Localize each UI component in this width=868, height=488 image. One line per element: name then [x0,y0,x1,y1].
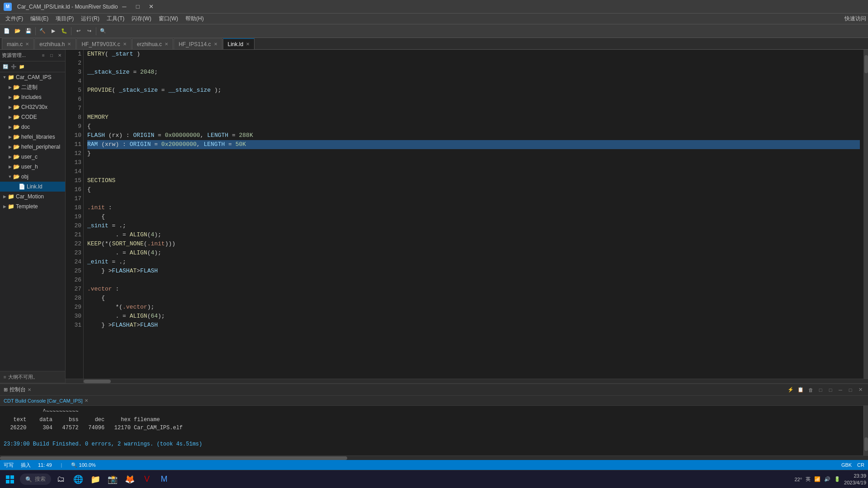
console-btn-close[interactable]: ✕ [856,386,864,394]
undo-btn[interactable]: ↩ [73,26,83,36]
taskbar-search-box[interactable]: 🔍 搜索 [20,474,51,485]
label-car-cam-ips: Car_CAM_IPS [16,74,52,80]
menu-window[interactable]: 窗口(W) [155,14,182,23]
sidebar-tool-2[interactable]: ➕ [10,63,17,70]
taskbar-app-mounriver[interactable]: M [156,471,172,488]
sidebar-item-user-c[interactable]: ▶ 📂 user_c [0,152,65,162]
status-insert[interactable]: 插入 [21,462,31,469]
outline-header: ≡ 大纲不可用。 [0,371,65,383]
console-tab-close[interactable]: ✕ [28,387,31,392]
console-tab-active[interactable]: CDT Build Console [Car_CAM_IPS] [4,398,83,404]
arrow-hefei-peripheral: ▶ [7,145,13,149]
sidebar-tool-3[interactable]: 📁 [18,63,25,70]
console-btn-maximize[interactable]: □ [846,386,854,394]
console-btn-4[interactable]: □ [816,386,825,394]
sidebar-item-templete[interactable]: ▶ 📁 Templete [0,202,65,211]
console-btn-5[interactable]: □ [826,386,835,394]
console-btn-2[interactable]: 📋 [797,386,805,394]
taskbar-app-3[interactable]: 📁 [87,471,104,488]
new-file-btn[interactable]: 📄 [2,26,12,36]
taskbar-app-browser[interactable]: 🌐 [70,471,86,488]
open-btn[interactable]: 📂 [13,26,23,36]
sidebar-item-user-h[interactable]: ▶ 📂 user_h [0,162,65,172]
menu-file[interactable]: 文件(F) [2,14,27,23]
sidebar-item-link-ld[interactable]: 📄 Link.ld [0,182,65,192]
tab-hf-ips114-c[interactable]: HF_IPS114.c ✕ [174,38,222,49]
sidebar-close-btn[interactable]: ✕ [56,52,63,59]
tab-erzhihua-h[interactable]: erzhihua.h ✕ [34,38,76,49]
label-code: CODE [21,114,37,120]
icon-hefei-peripheral: 📂 [13,144,20,150]
sidebar-tool-1[interactable]: 🔄 [2,63,9,70]
menu-tools[interactable]: 工具(T) [103,14,128,23]
tab-erzhihua-h-close[interactable]: ✕ [67,42,71,47]
taskbar-app-6[interactable]: V [139,471,155,488]
outline-toggle[interactable]: ≡ [4,375,6,380]
console-scrollbar-v[interactable] [863,406,868,455]
minimize-button[interactable]: ─ [118,2,131,12]
search-btn[interactable]: 🔍 [98,26,108,36]
tab-erzhihua-c-close[interactable]: ✕ [165,42,168,47]
menu-edit[interactable]: 编辑(E) [27,14,52,23]
status-writable[interactable]: 可写 [4,462,14,469]
tab-link-ld-close[interactable]: ✕ [246,42,250,47]
console-tab-x[interactable]: ✕ [85,398,88,403]
save-btn[interactable]: 💾 [24,26,33,36]
sidebar-item-obj[interactable]: ▼ 📂 obj [0,172,65,182]
tab-hf-ips114-c-close[interactable]: ✕ [214,42,217,47]
taskbar-app-4[interactable]: 📸 [104,471,121,488]
console-btn-minimize[interactable]: ─ [836,386,844,394]
status-position[interactable]: 11: 49 [38,462,52,468]
icon-user-c: 📂 [13,154,20,160]
tabbar: main.c ✕ erzhihua.h ✕ HF_MT9V03X.c ✕ erz… [0,38,868,50]
tab-hf-mt9v03x-c[interactable]: HF_MT9V03X.c ✕ [76,38,131,49]
tab-main-c-label: main.c [7,41,23,47]
label-includes: Includes [21,94,42,100]
sidebar-item-ch32v30x[interactable]: ▶ 📂 CH32V30x [0,102,65,112]
sidebar-item-binary[interactable]: ▶ 📂 二进制 [0,82,65,92]
taskbar-app-5[interactable]: 🦊 [122,471,138,488]
tab-main-c[interactable]: main.c ✕ [2,38,34,49]
tab-main-c-close[interactable]: ✕ [25,42,29,47]
menu-flash[interactable]: 闪存(W) [128,14,155,23]
tab-hf-ips114-c-label: HF_IPS114.c [179,41,211,47]
tab-hf-mt9v03x-c-close[interactable]: ✕ [123,42,127,47]
label-user-h: user_h [21,164,38,170]
sidebar-item-car-motion[interactable]: ▶ 📁 Car_Motion [0,192,65,202]
menu-help[interactable]: 帮助(H) [182,14,208,23]
sidebar-item-car-cam-ips[interactable]: ▼ 📁 Car_CAM_IPS [0,72,65,82]
label-hefei-libraries: hefei_libraries [21,134,55,140]
menubar: 文件(F) 编辑(E) 项目(P) 运行(R) 工具(T) 闪存(W) 窗口(W… [0,14,868,24]
code-editor[interactable]: ENTRY( _start ) __stack_size = 2048; PRO… [84,50,863,379]
status-line-ending[interactable]: CR [857,462,864,468]
sidebar-more-btn[interactable]: □ [48,52,55,59]
sidebar-header: 资源管理... ≡ □ ✕ [0,50,65,61]
sidebar-item-code[interactable]: ▶ 📂 CODE [0,112,65,122]
arrow-car-motion: ▶ [2,194,7,199]
maximize-button[interactable]: □ [132,2,144,12]
taskbar-clock[interactable]: 23:39 2023/4/19 [844,473,866,486]
sidebar-item-hefei-peripheral[interactable]: ▶ 📂 hefei_peripheral [0,142,65,152]
editor-scrollbar-v[interactable] [863,50,868,379]
sidebar-collapse-btn[interactable]: ≡ [40,52,47,59]
console-btn-3[interactable]: 🗑 [807,386,815,394]
arrow-hefei-libraries: ▶ [7,135,13,139]
run-btn[interactable]: ▶ [48,26,58,36]
close-button[interactable]: ✕ [145,2,158,12]
status-encoding[interactable]: GBK [841,462,852,468]
tab-link-ld[interactable]: Link.ld ✕ [223,38,255,49]
menu-project[interactable]: 项目(P) [52,14,77,23]
taskbar-start-button[interactable] [2,471,18,488]
redo-btn[interactable]: ↪ [84,26,94,36]
taskbar-search-text: 搜索 [35,475,46,483]
debug-btn[interactable]: 🐛 [59,26,69,36]
taskbar-app-file-explorer[interactable]: 🗂 [53,471,69,488]
menu-run[interactable]: 运行(R) [77,14,103,23]
sidebar-item-doc[interactable]: ▶ 📂 doc [0,122,65,132]
sidebar-item-hefei-libraries[interactable]: ▶ 📂 hefei_libraries [0,132,65,142]
sidebar-item-includes[interactable]: ▶ 📂 Includes [0,92,65,102]
console-btn-1[interactable]: ⚡ [787,386,795,394]
svg-rect-0 [6,475,9,479]
build-btn[interactable]: 🔨 [38,26,47,36]
tab-erzhihua-c[interactable]: erzhihua.c ✕ [132,38,173,49]
